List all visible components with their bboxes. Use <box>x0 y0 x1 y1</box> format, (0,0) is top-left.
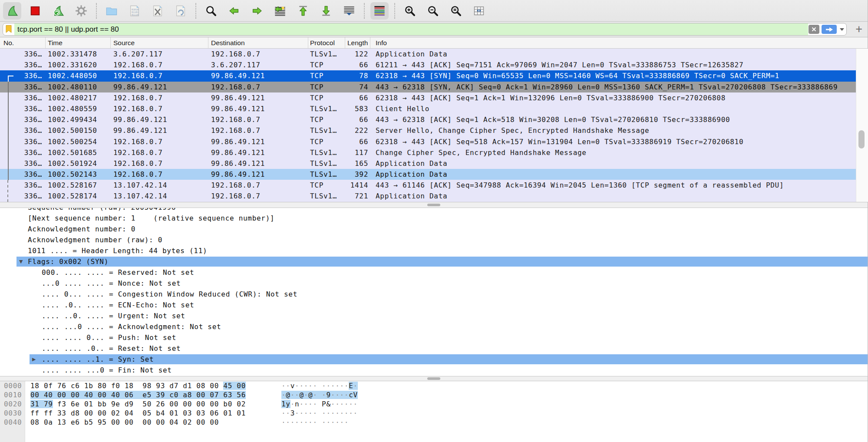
column-header-length[interactable]: Length <box>345 37 370 48</box>
detail-line[interactable]: ▼Flags: 0x002 (SYN) <box>0 256 868 267</box>
column-header-destination[interactable]: Destination <box>208 37 308 48</box>
cell-dst: 3.6.207.117 <box>208 59 308 70</box>
zoom-in-button[interactable] <box>401 2 419 20</box>
bookmark-icon[interactable] <box>6 25 12 35</box>
go-first-button[interactable] <box>294 2 312 20</box>
filter-query-text[interactable]: tcp.port == 80 || udp.port == 80 <box>17 23 119 35</box>
cell-no: 336… <box>0 103 46 114</box>
restart-capture-button[interactable] <box>49 2 67 20</box>
hex-row[interactable]: 004008 0a 13 e6 b5 95 00 00 00 00 04 02 … <box>0 418 868 427</box>
cell-time: 1002.480217 <box>46 92 111 103</box>
column-header-no[interactable]: No. <box>0 37 46 48</box>
cell-dst: 99.86.49.121 <box>208 92 308 103</box>
packet-row[interactable]: 336…1002.331620192.168.0.73.6.207.117TCP… <box>0 59 868 70</box>
detail-line[interactable]: ▶.... .... ..1. = Syn: Set <box>0 354 868 365</box>
filter-dropdown-caret[interactable] <box>840 28 844 31</box>
colorize-button[interactable] <box>370 2 389 20</box>
resize-columns-button[interactable] <box>470 2 488 20</box>
detail-highlight-bar <box>30 354 868 364</box>
detail-line[interactable]: .... ...0 .... = Acknowledgment: Not set <box>0 321 868 332</box>
hex-offset: 0040 <box>0 418 25 427</box>
hex-row[interactable]: 0030ff ff 33 d8 00 00 02 04 05 b4 01 03 … <box>0 409 868 418</box>
detail-lines: Sequence number (raw): 2005041996[Next s… <box>0 208 868 376</box>
go-last-button[interactable] <box>317 2 335 20</box>
cell-len: 222 <box>345 125 370 136</box>
packet-list-scrollbar[interactable] <box>856 49 868 202</box>
packet-row[interactable]: 336…1002.502143192.168.0.799.86.49.121TL… <box>0 169 868 180</box>
open-file-button[interactable] <box>102 2 121 20</box>
cell-src: 13.107.42.14 <box>111 191 208 201</box>
save-file-button[interactable]: 010100110101110 <box>125 2 144 20</box>
detail-line-text: .... 0... .... = Congestion Window Reduc… <box>42 289 297 300</box>
zoom-reset-button[interactable] <box>447 2 465 20</box>
svg-text:01110: 01110 <box>132 13 139 16</box>
cell-proto: TCP <box>308 180 345 191</box>
stop-capture-button[interactable] <box>26 2 44 20</box>
packet-row[interactable]: 336…1002.50015099.86.49.121192.168.0.7TL… <box>0 125 868 136</box>
auto-scroll-button[interactable] <box>340 2 358 20</box>
close-file-button[interactable] <box>149 2 167 20</box>
hex-ascii: 1y·n···· P&······ <box>281 399 358 409</box>
filter-input[interactable]: tcp.port == 80 || udp.port == 80 <box>3 23 847 36</box>
detail-line[interactable]: .... .... 0... = Push: Not set <box>0 332 868 343</box>
pane-splitter[interactable] <box>0 376 868 381</box>
detail-line[interactable]: .... ..0. .... = Urgent: Not set <box>0 310 868 321</box>
collapse-triangle-icon[interactable]: ▼ <box>19 256 23 267</box>
cell-dst: 99.86.49.121 <box>208 103 308 114</box>
packet-list-header: No. Time Source Destination Protocol Len… <box>0 37 868 49</box>
detail-line[interactable]: .... .0.. .... = ECN-Echo: Not set <box>0 300 868 310</box>
detail-line[interactable]: 1011 .... = Header Length: 44 bytes (11) <box>0 245 868 256</box>
hex-row[interactable]: 001000 40 00 00 40 00 40 06 e5 39 c0 a8 … <box>0 390 868 399</box>
expand-triangle-icon[interactable]: ▶ <box>32 354 36 365</box>
go-to-packet-button[interactable] <box>271 2 289 20</box>
detail-line-text: Acknowledgment number (raw): 0 <box>28 234 162 245</box>
hex-row[interactable]: 000018 0f 76 c6 1b 80 f0 18 98 93 d7 d1 … <box>0 381 868 390</box>
start-capture-button[interactable] <box>3 2 21 20</box>
cell-info: Client Hello <box>370 103 868 114</box>
detail-line[interactable]: 000. .... .... = Reserved: Not set <box>0 267 868 278</box>
zoom-out-button[interactable] <box>424 2 442 20</box>
column-header-info[interactable]: Info <box>370 37 868 48</box>
packet-row[interactable]: 336…1002.448050192.168.0.799.86.49.121TC… <box>0 70 868 81</box>
go-back-button[interactable] <box>225 2 243 20</box>
packet-row[interactable]: 336…1002.52817413.107.42.14192.168.0.7TL… <box>0 191 868 201</box>
detail-line[interactable]: .... 0... .... = Congestion Window Reduc… <box>0 289 868 300</box>
pane-splitter[interactable] <box>0 202 868 208</box>
clear-filter-button[interactable] <box>809 25 819 34</box>
add-filter-button[interactable]: + <box>855 22 862 37</box>
detail-line[interactable]: Acknowledgment number (raw): 0 <box>0 234 868 245</box>
detail-line[interactable]: .... .... .0.. = Reset: Not set <box>0 343 868 354</box>
column-header-time[interactable]: Time <box>46 37 111 48</box>
apply-filter-button[interactable] <box>822 25 837 34</box>
packet-row[interactable]: 336…1002.3314783.6.207.117192.168.0.7TLS… <box>0 49 868 59</box>
splitter-grip[interactable] <box>427 204 440 206</box>
packet-row[interactable]: 336…1002.52816713.107.42.14192.168.0.7TC… <box>0 180 868 191</box>
packet-row[interactable]: 336…1002.49943499.86.49.121192.168.0.7TC… <box>0 114 868 125</box>
cell-src: 192.168.0.7 <box>111 136 208 147</box>
packet-row[interactable]: 336…1002.480217192.168.0.799.86.49.121TC… <box>0 92 868 103</box>
scrollbar-thumb[interactable] <box>858 130 865 148</box>
detail-line[interactable]: .... .... ...0 = Fin: Not set <box>0 365 868 376</box>
go-forward-button[interactable] <box>248 2 266 20</box>
packet-row[interactable]: 336…1002.48011099.86.49.121192.168.0.7TC… <box>0 82 868 92</box>
detail-line[interactable]: Sequence number (raw): 2005041996 <box>0 208 868 213</box>
cell-info: Server Hello, Change Cipher Spec, Encryp… <box>370 125 868 136</box>
reload-file-button[interactable]: 1011 <box>172 2 190 20</box>
capture-options-button[interactable] <box>72 2 90 20</box>
splitter-grip[interactable] <box>427 377 440 380</box>
packet-row[interactable]: 336…1002.501685192.168.0.799.86.49.121TL… <box>0 147 868 158</box>
find-packet-button[interactable] <box>202 2 220 20</box>
column-header-source[interactable]: Source <box>111 37 208 48</box>
cell-time: 1002.501924 <box>46 158 111 169</box>
packet-row[interactable]: 336…1002.500254192.168.0.799.86.49.121TC… <box>0 136 868 147</box>
hex-row[interactable]: 002031 79 f3 6e 01 bb 9e d9 50 26 00 00 … <box>0 399 868 409</box>
detail-line[interactable]: [Next sequence number: 1 (relative seque… <box>0 213 868 224</box>
cell-info: 443 → 61146 [ACK] Seq=347988 Ack=16394 W… <box>370 180 868 191</box>
packet-row[interactable]: 336…1002.501924192.168.0.799.86.49.121TL… <box>0 158 868 169</box>
cell-src: 99.86.49.121 <box>111 114 208 125</box>
column-header-protocol[interactable]: Protocol <box>308 37 345 48</box>
detail-line[interactable]: ...0 .... .... = Nonce: Not set <box>0 278 868 289</box>
packet-row[interactable]: 336…1002.480559192.168.0.799.86.49.121TL… <box>0 103 868 114</box>
cell-time: 1002.448050 <box>46 70 111 81</box>
detail-line[interactable]: Acknowledgment number: 0 <box>0 224 868 234</box>
